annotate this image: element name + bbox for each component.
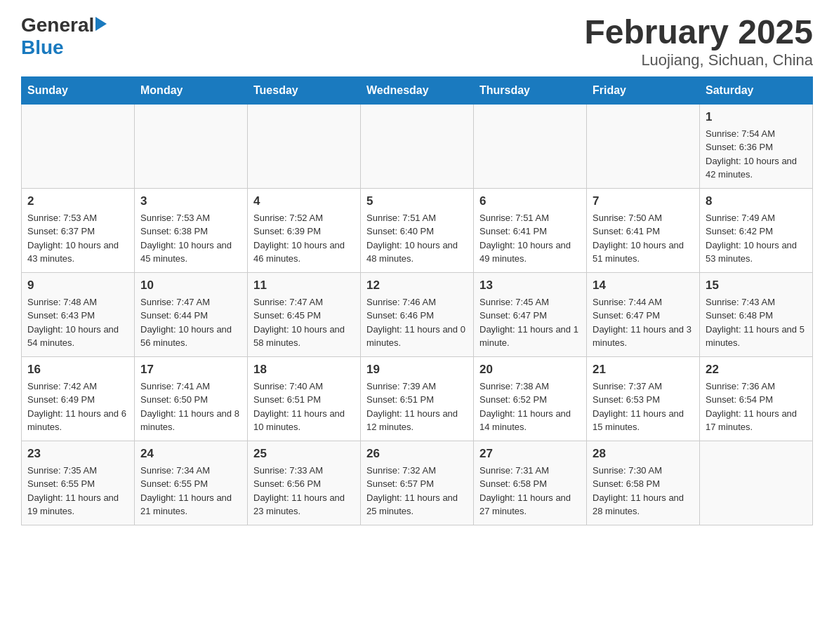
header-row: Sunday Monday Tuesday Wednesday Thursday… [22,76,813,104]
day-info: Sunrise: 7:33 AM Sunset: 6:56 PM Dayligh… [253,464,355,518]
day-number: 15 [706,279,807,293]
day-number: 1 [706,110,807,124]
day-number: 25 [253,447,355,461]
day-number: 10 [140,279,241,293]
day-info: Sunrise: 7:51 AM Sunset: 6:40 PM Dayligh… [366,211,468,266]
calendar-cell: 25Sunrise: 7:33 AM Sunset: 6:56 PM Dayli… [248,441,361,525]
calendar-cell: 7Sunrise: 7:50 AM Sunset: 6:41 PM Daylig… [587,188,700,272]
calendar-cell: 28Sunrise: 7:30 AM Sunset: 6:58 PM Dayli… [587,441,700,525]
calendar-week-row: 2Sunrise: 7:53 AM Sunset: 6:37 PM Daylig… [22,188,813,272]
calendar-cell: 12Sunrise: 7:46 AM Sunset: 6:46 PM Dayli… [361,272,474,356]
page-header: General Blue February 2025 Luojiang, Sic… [21,14,813,69]
day-info: Sunrise: 7:43 AM Sunset: 6:48 PM Dayligh… [706,295,807,350]
day-info: Sunrise: 7:34 AM Sunset: 6:55 PM Dayligh… [140,464,241,518]
day-number: 9 [27,279,128,293]
day-info: Sunrise: 7:31 AM Sunset: 6:58 PM Dayligh… [479,464,581,518]
day-number: 17 [140,363,241,377]
day-info: Sunrise: 7:37 AM Sunset: 6:53 PM Dayligh… [593,380,694,434]
col-wednesday: Wednesday [361,76,474,104]
calendar-cell: 10Sunrise: 7:47 AM Sunset: 6:44 PM Dayli… [135,272,248,356]
day-number: 21 [593,363,694,377]
title-block: February 2025 Luojiang, Sichuan, China [584,14,813,69]
calendar-cell: 16Sunrise: 7:42 AM Sunset: 6:49 PM Dayli… [22,356,135,441]
day-number: 18 [253,363,355,377]
calendar-cell: 15Sunrise: 7:43 AM Sunset: 6:48 PM Dayli… [700,272,813,356]
day-number: 3 [140,194,241,208]
calendar-cell: 13Sunrise: 7:45 AM Sunset: 6:47 PM Dayli… [474,272,587,356]
day-number: 5 [366,194,468,208]
day-number: 2 [27,194,128,208]
day-info: Sunrise: 7:32 AM Sunset: 6:57 PM Dayligh… [366,464,468,518]
calendar-cell [135,104,248,188]
day-number: 26 [366,447,468,461]
calendar-cell: 4Sunrise: 7:52 AM Sunset: 6:39 PM Daylig… [248,188,361,272]
col-monday: Monday [135,76,248,104]
calendar-cell: 17Sunrise: 7:41 AM Sunset: 6:50 PM Dayli… [135,356,248,441]
day-info: Sunrise: 7:35 AM Sunset: 6:55 PM Dayligh… [27,464,128,518]
logo: General Blue [21,14,107,59]
calendar-cell: 5Sunrise: 7:51 AM Sunset: 6:40 PM Daylig… [361,188,474,272]
calendar-cell: 20Sunrise: 7:38 AM Sunset: 6:52 PM Dayli… [474,356,587,441]
location-subtitle: Luojiang, Sichuan, China [584,51,813,69]
day-number: 28 [593,447,694,461]
calendar-week-row: 9Sunrise: 7:48 AM Sunset: 6:43 PM Daylig… [22,272,813,356]
day-number: 12 [366,279,468,293]
calendar-cell: 6Sunrise: 7:51 AM Sunset: 6:41 PM Daylig… [474,188,587,272]
calendar-cell: 18Sunrise: 7:40 AM Sunset: 6:51 PM Dayli… [248,356,361,441]
day-info: Sunrise: 7:49 AM Sunset: 6:42 PM Dayligh… [706,211,807,266]
day-number: 14 [593,279,694,293]
day-info: Sunrise: 7:45 AM Sunset: 6:47 PM Dayligh… [479,295,581,350]
day-info: Sunrise: 7:47 AM Sunset: 6:45 PM Dayligh… [253,295,355,350]
calendar-cell: 2Sunrise: 7:53 AM Sunset: 6:37 PM Daylig… [22,188,135,272]
day-info: Sunrise: 7:48 AM Sunset: 6:43 PM Dayligh… [27,295,128,350]
calendar-table: Sunday Monday Tuesday Wednesday Thursday… [21,76,813,525]
calendar-cell [361,104,474,188]
calendar-cell: 24Sunrise: 7:34 AM Sunset: 6:55 PM Dayli… [135,441,248,525]
day-info: Sunrise: 7:51 AM Sunset: 6:41 PM Dayligh… [479,211,581,266]
col-thursday: Thursday [474,76,587,104]
day-info: Sunrise: 7:52 AM Sunset: 6:39 PM Dayligh… [253,211,355,266]
calendar-cell: 9Sunrise: 7:48 AM Sunset: 6:43 PM Daylig… [22,272,135,356]
day-number: 8 [706,194,807,208]
day-number: 11 [253,279,355,293]
day-number: 27 [479,447,581,461]
calendar-cell: 26Sunrise: 7:32 AM Sunset: 6:57 PM Dayli… [361,441,474,525]
day-info: Sunrise: 7:44 AM Sunset: 6:47 PM Dayligh… [593,295,694,350]
logo-arrow-icon [95,17,107,31]
day-number: 16 [27,363,128,377]
calendar-cell [22,104,135,188]
col-friday: Friday [587,76,700,104]
calendar-cell: 19Sunrise: 7:39 AM Sunset: 6:51 PM Dayli… [361,356,474,441]
calendar-cell [248,104,361,188]
calendar-cell: 27Sunrise: 7:31 AM Sunset: 6:58 PM Dayli… [474,441,587,525]
calendar-header: Sunday Monday Tuesday Wednesday Thursday… [22,76,813,104]
col-sunday: Sunday [22,76,135,104]
day-number: 24 [140,447,241,461]
day-number: 22 [706,363,807,377]
day-info: Sunrise: 7:39 AM Sunset: 6:51 PM Dayligh… [366,380,468,434]
day-number: 23 [27,447,128,461]
logo-blue-text: Blue [21,36,64,59]
calendar-cell: 21Sunrise: 7:37 AM Sunset: 6:53 PM Dayli… [587,356,700,441]
day-info: Sunrise: 7:53 AM Sunset: 6:38 PM Dayligh… [140,211,241,266]
day-info: Sunrise: 7:30 AM Sunset: 6:58 PM Dayligh… [593,464,694,518]
day-number: 4 [253,194,355,208]
calendar-cell: 8Sunrise: 7:49 AM Sunset: 6:42 PM Daylig… [700,188,813,272]
calendar-cell [474,104,587,188]
day-info: Sunrise: 7:38 AM Sunset: 6:52 PM Dayligh… [479,380,581,434]
day-info: Sunrise: 7:46 AM Sunset: 6:46 PM Dayligh… [366,295,468,350]
calendar-cell: 11Sunrise: 7:47 AM Sunset: 6:45 PM Dayli… [248,272,361,356]
calendar-cell [700,441,813,525]
day-info: Sunrise: 7:40 AM Sunset: 6:51 PM Dayligh… [253,380,355,434]
day-info: Sunrise: 7:47 AM Sunset: 6:44 PM Dayligh… [140,295,241,350]
day-number: 19 [366,363,468,377]
calendar-cell: 3Sunrise: 7:53 AM Sunset: 6:38 PM Daylig… [135,188,248,272]
calendar-cell: 14Sunrise: 7:44 AM Sunset: 6:47 PM Dayli… [587,272,700,356]
col-tuesday: Tuesday [248,76,361,104]
day-info: Sunrise: 7:53 AM Sunset: 6:37 PM Dayligh… [27,211,128,266]
calendar-week-row: 16Sunrise: 7:42 AM Sunset: 6:49 PM Dayli… [22,356,813,441]
calendar-cell: 23Sunrise: 7:35 AM Sunset: 6:55 PM Dayli… [22,441,135,525]
logo-general-text: General [21,14,94,36]
day-number: 6 [479,194,581,208]
calendar-title: February 2025 [584,14,813,51]
